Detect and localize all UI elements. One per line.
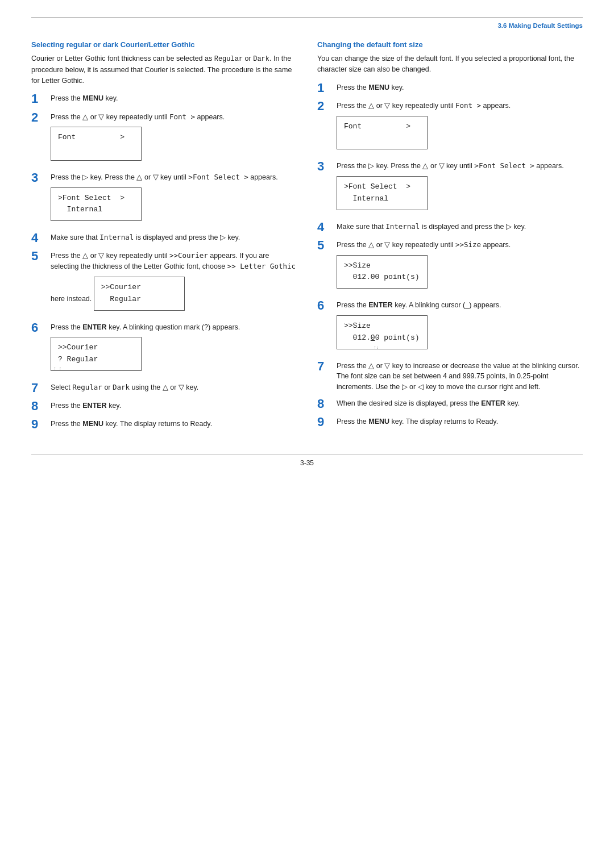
step-content: Press the ENTER key. — [51, 400, 297, 411]
right-steps: 1 Press the MENU key. 2 Press the △ or ▽… — [317, 82, 583, 429]
step-number: 4 — [317, 220, 337, 234]
step-content: Press the MENU key. The display returns … — [51, 419, 297, 429]
right-step-6: 6 Press the ENTER key. A blinking cursor… — [317, 300, 583, 354]
step-content: Press the △ or ▽ key repeatedly until Fo… — [337, 101, 583, 155]
lcd-display: >Font Select > Internal — [51, 187, 142, 222]
step-number: 8 — [317, 397, 337, 411]
step-number: 1 — [317, 81, 337, 95]
step-number: 9 — [31, 418, 51, 431]
step-content: Select Regular or Dark using the △ or ▽ … — [51, 382, 297, 393]
left-step-6: 6 Press the ENTER key. A blinking questi… — [31, 322, 297, 377]
step-content: Press the MENU key. — [51, 93, 297, 104]
left-column: Selecting regular or dark Courier/Letter… — [31, 40, 297, 437]
top-rule — [31, 17, 583, 18]
right-step-5: 5 Press the △ or ▽ key repeatedly until … — [317, 240, 583, 294]
lcd-display: >>Courier ? Regular ↑ ↑ — [51, 337, 142, 371]
lcd-line: >>Courier — [58, 342, 134, 354]
step-number: 7 — [31, 381, 51, 395]
step-content: Press the △ or ▽ key repeatedly until >>… — [337, 240, 583, 294]
step-content: Press the ▷ key. Press the △ or ▽ key un… — [337, 161, 583, 215]
step-number: 3 — [317, 160, 337, 173]
cursor-indicator: ↑ ↑ — [53, 365, 61, 373]
lcd-line: Regular — [101, 294, 177, 306]
step-number: 6 — [31, 321, 51, 335]
lcd-line — [58, 144, 134, 156]
right-step-1: 1 Press the MENU key. — [317, 82, 583, 95]
right-step-2: 2 Press the △ or ▽ key repeatedly until … — [317, 101, 583, 155]
step-content: Make sure that Internal is displayed and… — [337, 222, 583, 232]
lcd-line: Font > — [58, 132, 134, 144]
step-content: Press the △ or ▽ key repeatedly until >>… — [51, 251, 297, 316]
left-step-1: 1 Press the MENU key. — [31, 93, 297, 106]
lcd-line: 012.00 point(s) — [344, 332, 420, 344]
step-number: 2 — [317, 99, 337, 113]
left-intro: Courier or Letter Gothic font thickness … — [31, 53, 297, 86]
step-content: When the desired size is displayed, pres… — [337, 398, 583, 409]
left-step-5: 5 Press the △ or ▽ key repeatedly until … — [31, 251, 297, 316]
right-step-8: 8 When the desired size is displayed, pr… — [317, 398, 583, 411]
step-number: 2 — [31, 111, 51, 124]
step-content: Press the △ or ▽ key to increase or decr… — [337, 361, 583, 393]
step-number: 1 — [31, 92, 51, 106]
lcd-line: >Font Select > — [344, 181, 420, 193]
left-step-7: 7 Select Regular or Dark using the △ or … — [31, 382, 297, 395]
step-content: Press the ENTER key. A blinking question… — [51, 322, 297, 377]
step-content: Make sure that Internal is displayed and… — [51, 232, 297, 243]
step-content: Press the ▷ key. Press the △ or ▽ key un… — [51, 172, 297, 227]
page-number: 3-35 — [31, 459, 583, 467]
left-step-9: 9 Press the MENU key. The display return… — [31, 419, 297, 431]
two-column-layout: Selecting regular or dark Courier/Letter… — [31, 40, 583, 437]
right-step-7: 7 Press the △ or ▽ key to increase or de… — [317, 361, 583, 393]
right-column: Changing the default font size You can c… — [317, 40, 583, 437]
left-section-title: Selecting regular or dark Courier/Letter… — [31, 40, 297, 49]
step-content: Press the ENTER key. A blinking cursor (… — [337, 300, 583, 354]
right-step-3: 3 Press the ▷ key. Press the △ or ▽ key … — [317, 161, 583, 215]
left-step-4: 4 Make sure that Internal is displayed a… — [31, 232, 297, 245]
left-step-3: 3 Press the ▷ key. Press the △ or ▽ key … — [31, 172, 297, 227]
step-content: Press the MENU key. — [337, 82, 583, 93]
lcd-display: >Font Select > Internal — [337, 176, 428, 210]
step-number: 3 — [31, 171, 51, 185]
step-number: 5 — [317, 239, 337, 252]
lcd-line: 012.00 point(s) — [344, 272, 420, 283]
page: 3.6 Making Default Settings Selecting re… — [0, 0, 614, 868]
left-step-8: 8 Press the ENTER key. — [31, 400, 297, 413]
left-step-2: 2 Press the △ or ▽ key repeatedly until … — [31, 112, 297, 166]
lcd-line: Font > — [344, 121, 420, 133]
right-section-title: Changing the default font size — [317, 40, 583, 49]
step-number: 5 — [31, 249, 51, 263]
lcd-display: Font > — [337, 116, 428, 150]
right-step-4: 4 Make sure that Internal is displayed a… — [317, 222, 583, 234]
step-number: 4 — [31, 231, 51, 245]
step-number: 9 — [317, 415, 337, 429]
lcd-display: >>Size 012.00 point(s) — [337, 255, 428, 289]
step-content: Press the △ or ▽ key repeatedly until Fo… — [51, 112, 297, 166]
lcd-line: Internal — [344, 193, 420, 205]
step-number: 7 — [317, 360, 337, 373]
cursor-arrows: ↑↓ — [374, 344, 379, 352]
step-number: 8 — [31, 399, 51, 413]
lcd-line: >>Size — [344, 320, 420, 332]
lcd-display: Font > — [51, 127, 142, 161]
lcd-line: >Font Select > — [58, 193, 134, 205]
lcd-line — [344, 132, 420, 144]
right-intro: You can change the size of the default f… — [317, 53, 583, 76]
lcd-line: ? Regular — [58, 354, 134, 366]
lcd-line: >>Size — [344, 260, 420, 272]
left-steps: 1 Press the MENU key. 2 Press the △ or ▽… — [31, 93, 297, 431]
lcd-line: Internal — [58, 204, 134, 216]
lcd-display: >>Courier Regular — [94, 277, 185, 311]
lcd-line: >>Courier — [101, 282, 177, 294]
step-number: 6 — [317, 299, 337, 312]
step-content: Press the MENU key. The display returns … — [337, 416, 583, 427]
right-step-9: 9 Press the MENU key. The display return… — [317, 416, 583, 429]
chapter-header: 3.6 Making Default Settings — [31, 21, 583, 29]
lcd-display: >>Size 012.00 point(s) ↑↓ — [337, 315, 428, 349]
bottom-rule — [31, 454, 583, 454]
